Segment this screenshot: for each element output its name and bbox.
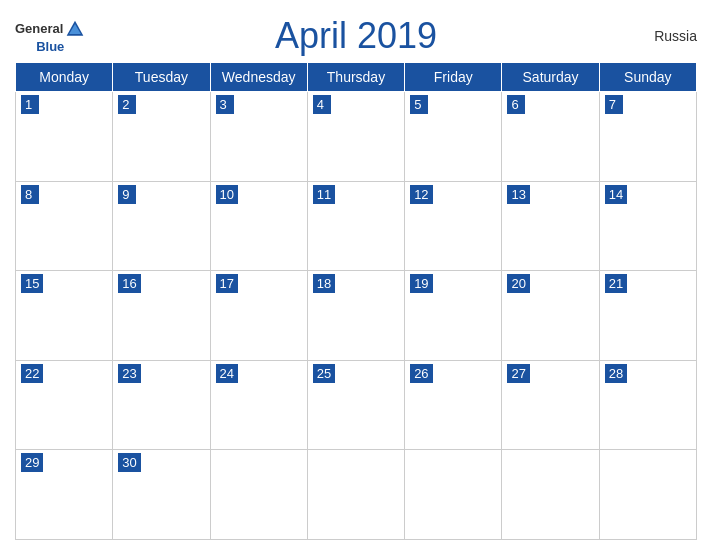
calendar-day-6: 6 [502, 92, 599, 182]
day-number-24: 24 [216, 364, 238, 383]
calendar-day-23: 23 [113, 360, 210, 450]
calendar-day-28: 28 [599, 360, 696, 450]
calendar-day-3: 3 [210, 92, 307, 182]
weekday-header-row: MondayTuesdayWednesdayThursdayFridaySatu… [16, 63, 697, 92]
calendar-table: MondayTuesdayWednesdayThursdayFridaySatu… [15, 62, 697, 540]
calendar-day-18: 18 [307, 271, 404, 361]
day-number-11: 11 [313, 185, 335, 204]
weekday-header-monday: Monday [16, 63, 113, 92]
calendar-day-14: 14 [599, 181, 696, 271]
day-number-5: 5 [410, 95, 428, 114]
country-label: Russia [654, 28, 697, 44]
calendar-day-29: 29 [16, 450, 113, 540]
day-number-21: 21 [605, 274, 627, 293]
empty-day-cell [502, 450, 599, 540]
day-number-9: 9 [118, 185, 136, 204]
day-number-2: 2 [118, 95, 136, 114]
empty-day-cell [599, 450, 696, 540]
calendar-day-27: 27 [502, 360, 599, 450]
day-number-10: 10 [216, 185, 238, 204]
day-number-13: 13 [507, 185, 529, 204]
day-number-17: 17 [216, 274, 238, 293]
week-row-3: 15161718192021 [16, 271, 697, 361]
calendar-day-2: 2 [113, 92, 210, 182]
day-number-6: 6 [507, 95, 525, 114]
calendar-day-21: 21 [599, 271, 696, 361]
calendar-day-22: 22 [16, 360, 113, 450]
day-number-1: 1 [21, 95, 39, 114]
empty-day-cell [210, 450, 307, 540]
calendar-day-12: 12 [405, 181, 502, 271]
day-number-14: 14 [605, 185, 627, 204]
day-number-7: 7 [605, 95, 623, 114]
week-row-5: 2930 [16, 450, 697, 540]
day-number-3: 3 [216, 95, 234, 114]
logo-blue-text: Blue [36, 39, 64, 54]
calendar-day-4: 4 [307, 92, 404, 182]
day-number-27: 27 [507, 364, 529, 383]
day-number-23: 23 [118, 364, 140, 383]
day-number-30: 30 [118, 453, 140, 472]
logo-general-text: General [15, 21, 63, 36]
calendar-title: April 2019 [275, 15, 437, 57]
day-number-19: 19 [410, 274, 432, 293]
weekday-header-thursday: Thursday [307, 63, 404, 92]
calendar-header: General Blue April 2019 Russia [15, 15, 697, 57]
calendar-day-9: 9 [113, 181, 210, 271]
calendar-day-17: 17 [210, 271, 307, 361]
day-number-28: 28 [605, 364, 627, 383]
calendar-day-1: 1 [16, 92, 113, 182]
calendar-day-15: 15 [16, 271, 113, 361]
calendar-day-25: 25 [307, 360, 404, 450]
calendar-day-7: 7 [599, 92, 696, 182]
day-number-20: 20 [507, 274, 529, 293]
day-number-22: 22 [21, 364, 43, 383]
calendar-day-30: 30 [113, 450, 210, 540]
calendar-day-24: 24 [210, 360, 307, 450]
day-number-16: 16 [118, 274, 140, 293]
empty-day-cell [307, 450, 404, 540]
logo: General Blue [15, 19, 85, 54]
week-row-4: 22232425262728 [16, 360, 697, 450]
calendar-day-16: 16 [113, 271, 210, 361]
day-number-26: 26 [410, 364, 432, 383]
day-number-4: 4 [313, 95, 331, 114]
weekday-header-friday: Friday [405, 63, 502, 92]
logo-icon [65, 19, 85, 39]
day-number-29: 29 [21, 453, 43, 472]
day-number-25: 25 [313, 364, 335, 383]
calendar-day-13: 13 [502, 181, 599, 271]
weekday-header-saturday: Saturday [502, 63, 599, 92]
calendar-day-10: 10 [210, 181, 307, 271]
day-number-8: 8 [21, 185, 39, 204]
day-number-18: 18 [313, 274, 335, 293]
empty-day-cell [405, 450, 502, 540]
day-number-12: 12 [410, 185, 432, 204]
weekday-header-sunday: Sunday [599, 63, 696, 92]
weekday-header-wednesday: Wednesday [210, 63, 307, 92]
calendar-day-5: 5 [405, 92, 502, 182]
week-row-1: 1234567 [16, 92, 697, 182]
weekday-header-tuesday: Tuesday [113, 63, 210, 92]
week-row-2: 891011121314 [16, 181, 697, 271]
calendar-day-8: 8 [16, 181, 113, 271]
calendar-day-26: 26 [405, 360, 502, 450]
calendar-day-19: 19 [405, 271, 502, 361]
day-number-15: 15 [21, 274, 43, 293]
calendar-day-11: 11 [307, 181, 404, 271]
calendar-day-20: 20 [502, 271, 599, 361]
